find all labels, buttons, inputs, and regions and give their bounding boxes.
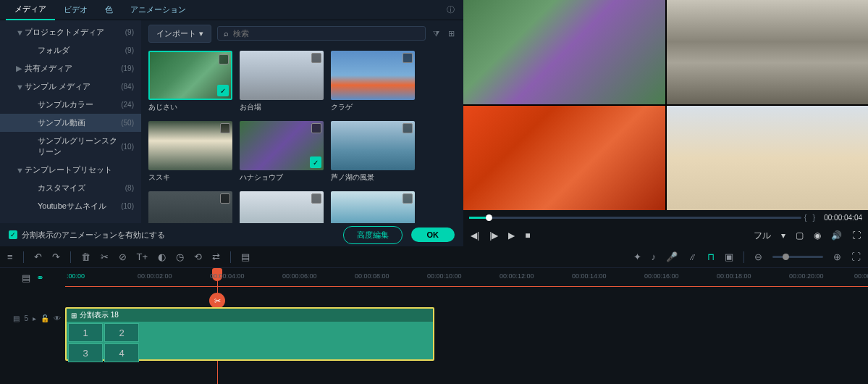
sidebar-item-label: 共有メディア	[25, 63, 121, 74]
mixer-icon[interactable]: ⫽	[688, 251, 697, 262]
sidebar-item-label: サンプル動画	[38, 117, 121, 128]
media-thumb-3[interactable]: ススキ	[148, 121, 232, 183]
ruler-tick: 00:00:20:00	[789, 272, 824, 280]
import-button[interactable]: インポート ▾	[148, 25, 211, 43]
media-thumb-6[interactable]	[148, 191, 232, 223]
search-input[interactable]	[233, 29, 419, 38]
link-toggle-icon[interactable]: ⚭	[36, 272, 44, 283]
sidebar-item-1[interactable]: フォルダ(9)	[0, 41, 141, 59]
sidebar-item-4[interactable]: サンプルカラー(24)	[0, 96, 141, 114]
media-type-icon	[311, 193, 321, 204]
fullscreen-icon[interactable]: ⛶	[852, 230, 861, 241]
animation-checkbox-row[interactable]: ✓ 分割表示のアニメーションを有効にする	[9, 230, 165, 241]
timeline-ruler[interactable]: :00:0000:00:02:0000:00:04:0000:00:06:000…	[65, 268, 868, 287]
media-thumb-2[interactable]: クラゲ	[331, 51, 415, 112]
clip-cell-4[interactable]: 4	[104, 343, 139, 362]
filter-icon[interactable]: ⧩	[431, 28, 441, 40]
snapshot-icon[interactable]: ◉	[814, 230, 821, 241]
media-thumb-7[interactable]	[240, 191, 324, 223]
ok-button[interactable]: OK	[411, 228, 455, 242]
track-icon[interactable]: ▤	[241, 251, 250, 262]
menu-icon[interactable]: ≡	[7, 251, 13, 262]
sidebar-item-8[interactable]: カスタマイズ(8)	[0, 179, 141, 197]
sidebar-item-2[interactable]: ▶共有メディア(19)	[0, 59, 141, 78]
zoom-slider[interactable]	[772, 256, 823, 258]
prev-frame-icon[interactable]: ◀|	[471, 230, 479, 241]
tab-animation[interactable]: アニメーション	[122, 0, 195, 20]
ruler-tick: 00:00:06:00	[282, 272, 317, 280]
mic-icon[interactable]: 🎤	[666, 251, 678, 262]
zoom-fit-icon[interactable]: ⛶	[851, 251, 861, 262]
thumb-label: ハナショウブ	[240, 172, 324, 183]
advanced-edit-button[interactable]: 高度編集	[343, 226, 403, 244]
media-thumb-0[interactable]: ✓あじさい	[148, 51, 232, 112]
text-icon[interactable]: T+	[137, 251, 148, 262]
preview-split-view	[463, 0, 868, 210]
mark-out-icon[interactable]: }	[809, 213, 818, 222]
sidebar-item-label: Youtubeサムネイル	[38, 201, 121, 212]
lock-icon[interactable]: 🔓	[41, 314, 49, 322]
ruler-tick: 00:00:14:00	[572, 272, 607, 280]
undo-icon[interactable]: ↶	[34, 251, 42, 262]
clip-grid-icon: ⊞	[71, 312, 77, 320]
display-icon[interactable]: ▢	[796, 230, 804, 241]
zoom-in-icon[interactable]: ⊕	[833, 251, 841, 262]
cut-icon[interactable]: ✂	[101, 251, 109, 262]
scissors-icon[interactable]: ✂	[209, 293, 225, 309]
mark-in-icon[interactable]: {	[801, 213, 810, 222]
delete-icon[interactable]: 🗑	[81, 251, 90, 262]
main-tabs: メディア ビデオ 色 アニメーション ⓘ	[0, 0, 463, 20]
stop-icon[interactable]: ■	[525, 230, 530, 241]
import-label: インポート	[156, 28, 196, 39]
thumb-image: ✓	[240, 121, 324, 170]
media-thumb-5[interactable]: 芦ノ湖の風景	[331, 121, 415, 183]
next-frame-icon[interactable]: |▶	[489, 230, 498, 241]
sidebar-item-6[interactable]: サンプルグリーンスクリーン(10)	[0, 132, 141, 161]
sidebar-item-7[interactable]: ▼テンプレートプリセット	[0, 161, 141, 179]
visibility-icon[interactable]: 👁	[54, 314, 61, 322]
media-thumb-4[interactable]: ✓ハナショウブ	[240, 121, 324, 183]
volume-icon[interactable]: 🔊	[831, 230, 842, 241]
grid-view-icon[interactable]: ⊞	[447, 28, 456, 40]
sidebar-item-5[interactable]: サンプル動画(50)	[0, 114, 141, 132]
chevron-right-icon[interactable]: ▸	[33, 314, 36, 322]
preview-cell-1	[463, 0, 665, 104]
media-thumb-1[interactable]: お台場	[240, 51, 324, 112]
marker-icon[interactable]: ▣	[725, 251, 733, 262]
help-icon[interactable]: ⓘ	[444, 1, 458, 18]
media-type-icon	[219, 54, 229, 64]
ruler-tick: 00:00:10:00	[427, 272, 462, 280]
media-thumb-8[interactable]: ⬇	[331, 191, 415, 223]
play-icon[interactable]: ▶	[508, 230, 515, 241]
ruler-tick: 00:00:12:00	[500, 272, 534, 280]
sidebar-item-0[interactable]: ▼プロジェクトメディア(9)	[0, 23, 141, 41]
timeline-settings-icon[interactable]: ▤	[22, 272, 30, 283]
clip-cell-3[interactable]: 3	[68, 343, 103, 362]
color-icon[interactable]: ◐	[158, 251, 166, 262]
speed-icon[interactable]: ◷	[176, 251, 184, 262]
timeline-clip[interactable]: ⊞ 分割表示 18 1 2 3 4	[65, 307, 434, 361]
zoom-out-icon[interactable]: ⊖	[754, 251, 762, 262]
redo-icon[interactable]: ↷	[52, 251, 60, 262]
link-icon[interactable]: ⊘	[119, 251, 127, 262]
timeline-track-area[interactable]: ✂ ⊞ 分割表示 18 1 2 3 4	[65, 287, 868, 384]
sidebar-item-9[interactable]: Youtubeサムネイル(10)	[0, 197, 141, 215]
tab-media[interactable]: メディア	[6, 0, 55, 20]
preview-scrubber[interactable]	[469, 217, 801, 219]
chevron-down-icon[interactable]: ▾	[781, 230, 785, 241]
clip-cell-1[interactable]: 1	[68, 323, 103, 342]
crop-icon[interactable]: ⟲	[194, 251, 202, 262]
audio-icon[interactable]: ♪	[652, 251, 657, 262]
magnet-icon[interactable]: ⊓	[707, 251, 715, 262]
settings-icon[interactable]: ⇄	[212, 251, 220, 262]
tab-video[interactable]: ビデオ	[55, 0, 96, 20]
thumb-label: ススキ	[148, 172, 232, 183]
sidebar-item-label: サンプルカラー	[38, 99, 121, 110]
search-box[interactable]: ⌕	[217, 26, 426, 41]
tab-color[interactable]: 色	[96, 0, 122, 20]
sidebar-item-3[interactable]: ▼サンプル メディア(84)	[0, 78, 141, 96]
quality-label[interactable]: フル	[754, 230, 771, 242]
check-icon: ✓	[217, 85, 229, 96]
marker-toggle-icon[interactable]: ✦	[633, 251, 641, 262]
clip-cell-2[interactable]: 2	[104, 323, 139, 342]
